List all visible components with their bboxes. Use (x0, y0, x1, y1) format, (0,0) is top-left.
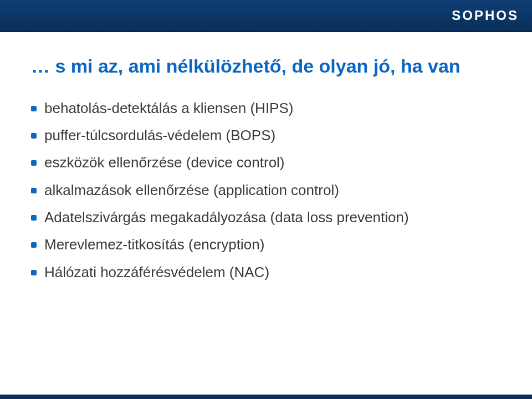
bullet-text: Hálózati hozzáférésvédelem (NAC) (44, 259, 269, 286)
bullet-icon (31, 270, 37, 275)
bullet-text: Adatelszivárgás megakadályozása (data lo… (44, 204, 409, 231)
slide-header: SOPHOS (0, 0, 532, 32)
bullet-text: behatolás-detektálás a kliensen (HIPS) (44, 95, 293, 122)
list-item: Hálózati hozzáférésvédelem (NAC) (31, 259, 501, 286)
brand-logo: SOPHOS (452, 8, 519, 23)
bullet-text: puffer-túlcsordulás-védelem (BOPS) (44, 122, 275, 149)
slide-title: … s mi az, ami nélkülözhető, de olyan jó… (31, 54, 501, 78)
list-item: behatolás-detektálás a kliensen (HIPS) (31, 95, 501, 122)
bullet-text: Merevlemez-titkosítás (encryption) (44, 231, 264, 258)
bullet-icon (31, 160, 37, 166)
list-item: puffer-túlcsordulás-védelem (BOPS) (31, 122, 501, 149)
bullet-text: eszközök ellenőrzése (device control) (44, 149, 285, 176)
bullet-icon (31, 242, 37, 248)
bullet-icon (31, 215, 37, 221)
list-item: eszközök ellenőrzése (device control) (31, 149, 501, 176)
list-item: alkalmazások ellenőrzése (application co… (31, 177, 501, 204)
bullet-list: behatolás-detektálás a kliensen (HIPS) p… (31, 95, 501, 287)
slide-footer-bar (0, 395, 532, 399)
bullet-icon (31, 133, 37, 139)
list-item: Adatelszivárgás megakadályozása (data lo… (31, 204, 501, 231)
bullet-text: alkalmazások ellenőrzése (application co… (44, 177, 339, 204)
slide-body: … s mi az, ami nélkülözhető, de olyan jó… (0, 32, 532, 286)
bullet-icon (31, 188, 37, 193)
bullet-icon (31, 106, 37, 111)
list-item: Merevlemez-titkosítás (encryption) (31, 231, 501, 258)
